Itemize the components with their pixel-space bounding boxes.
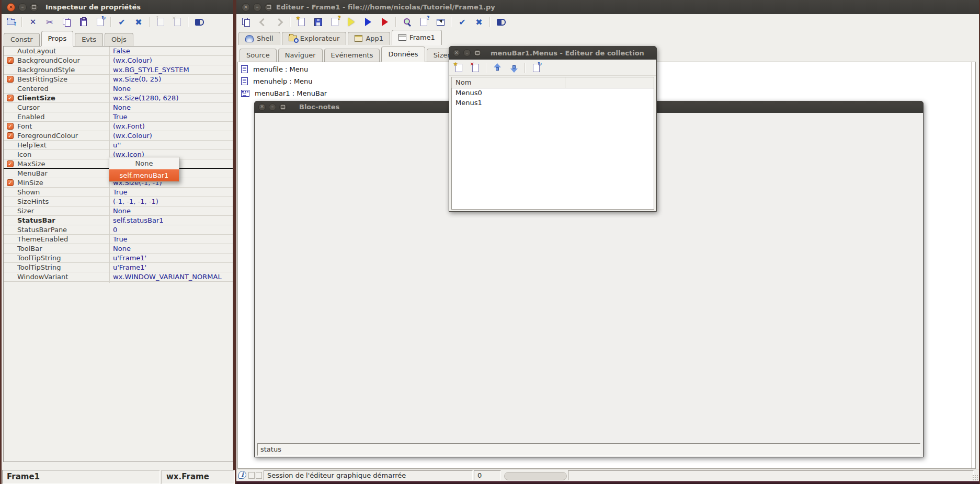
post-button[interactable]: ↑ [154, 16, 167, 28]
property-row[interactable]: ✓ Sizer None [4, 206, 233, 216]
delete-item-button[interactable]: ✕ [469, 62, 482, 74]
refresh-button[interactable]: ↻ [94, 16, 106, 28]
dropdown-option[interactable]: self.menuBar1 [109, 169, 179, 181]
property-checkbox[interactable]: ✓ [7, 160, 14, 167]
property-row[interactable]: ✓ WindowVariant wx.WINDOW_VARIANT_NORMAL [4, 272, 233, 282]
confirm-button[interactable]: ✔ [116, 16, 128, 28]
debug-button[interactable]: ? [417, 16, 430, 28]
subtab-naviguer[interactable]: Naviguer [278, 49, 323, 62]
property-row[interactable]: ✓ BackgroundStyle wx.BG_STYLE_SYSTEM [4, 65, 233, 75]
property-checkbox[interactable]: ✓ [7, 95, 14, 101]
property-row[interactable]: ✓ HelpText u'' [4, 141, 233, 150]
tab-shell[interactable]: Shell [238, 32, 280, 45]
property-row[interactable]: ✓ Centered None [4, 84, 233, 94]
maximize-button[interactable] [30, 3, 38, 11]
property-row[interactable]: ✓ SizeHints (-1, -1, -1, -1) [4, 197, 233, 206]
property-row[interactable]: ✓ Shown True [4, 188, 233, 197]
cancel-button[interactable]: ✖ [132, 16, 145, 28]
parent-button[interactable]: ↑ [5, 16, 17, 28]
maximize-button[interactable] [279, 103, 287, 111]
run-debug-button[interactable] [345, 16, 358, 28]
dropdown-option[interactable]: None [109, 157, 179, 169]
collection-editor-titlebar[interactable]: ✕ – menuBar1.Menus - Editeur de collecti… [449, 46, 657, 60]
property-value[interactable]: (-1, -1, -1, -1) [113, 198, 158, 205]
property-value[interactable]: None [113, 103, 131, 111]
property-row[interactable]: ✓ AutoLayout False [4, 47, 233, 56]
subtab-source[interactable]: Source [240, 49, 277, 62]
cut-button[interactable]: ✂ [43, 16, 56, 28]
column-header-nom[interactable]: Nom [452, 77, 565, 88]
close-button[interactable]: ✕ [258, 103, 266, 111]
property-row[interactable]: ✓ ToolTipString u'Frame1' [4, 253, 233, 263]
collection-list-item[interactable]: Menus0 [452, 88, 654, 98]
property-checkbox[interactable]: ✓ [7, 57, 14, 64]
subtab-donnees[interactable]: Données [381, 47, 425, 62]
property-value[interactable]: (wx.Font) [113, 122, 145, 130]
subtab-evenements[interactable]: Evénements [324, 49, 380, 62]
property-row[interactable]: ✓ ClientSize wx.Size(1280, 628) [4, 94, 233, 103]
property-row[interactable]: ✓ Font (wx.Font) [4, 122, 233, 131]
property-checkbox[interactable]: ✓ [7, 123, 14, 130]
property-value[interactable]: (wx.Colour) [113, 132, 152, 140]
help-button[interactable] [495, 16, 507, 28]
apply-button[interactable]: ↻ [530, 62, 542, 74]
tab-props[interactable]: Props [41, 31, 74, 46]
statusbar-mini-button[interactable] [248, 472, 255, 479]
tab-frame1[interactable]: Frame1 [392, 30, 442, 45]
property-value[interactable]: u'' [113, 141, 121, 149]
property-value[interactable]: None [113, 245, 131, 252]
property-row[interactable]: ✓ StatusBarPane 0 [4, 225, 233, 235]
property-checkbox[interactable]: ✓ [7, 179, 14, 186]
property-value[interactable]: self.statusBar1 [113, 216, 164, 224]
statusbar-mini-button[interactable] [256, 472, 262, 479]
delete-button[interactable]: ✕ [27, 16, 39, 28]
cancel-button[interactable]: ✖ [473, 16, 485, 28]
tab-constr[interactable]: Constr [4, 33, 40, 46]
inspect-button[interactable] [401, 16, 413, 28]
property-value[interactable]: True [113, 188, 128, 196]
inspector-titlebar[interactable]: ✕ – Inspecteur de propriétés [2, 0, 233, 14]
property-row[interactable]: ✓ StatusBar self.statusBar1 [4, 216, 233, 225]
property-row[interactable]: ✓ ToolTipString u'Frame1' [4, 263, 233, 272]
revert-button[interactable]: ✕ [171, 16, 184, 28]
editor-titlebar[interactable]: ✕ – Editeur - Frame1 - file:///home/nico… [236, 0, 979, 14]
move-down-button[interactable] [508, 62, 520, 74]
minimize-button[interactable]: – [253, 3, 261, 11]
paste-button[interactable] [77, 16, 89, 28]
collection-list-item[interactable]: Menus1 [452, 98, 654, 108]
property-checkbox[interactable]: ✓ [7, 132, 14, 139]
close-button[interactable]: ✕ [453, 49, 460, 56]
designer-button[interactable] [434, 16, 447, 28]
property-value[interactable]: wx.Size(0, 25) [113, 75, 161, 83]
property-value[interactable]: wx.WINDOW_VARIANT_NORMAL [113, 273, 222, 281]
confirm-button[interactable]: ✔ [456, 16, 469, 28]
maximize-button[interactable] [474, 49, 481, 56]
minimize-button[interactable]: – [269, 103, 276, 111]
property-row[interactable]: ✓ BestFittingSize wx.Size(0, 25) [4, 75, 233, 84]
tab-explorateur[interactable]: Explorateur [282, 32, 347, 45]
run-module-button[interactable] [362, 16, 374, 28]
property-value[interactable]: (wx.Colour) [113, 56, 152, 64]
minimize-button[interactable]: – [463, 49, 471, 56]
new-item-button[interactable]: ★ [452, 62, 465, 74]
copy-button[interactable] [60, 16, 73, 28]
property-row[interactable]: ✓ BackgroundColour (wx.Colour) [4, 56, 233, 65]
property-value[interactable]: None [113, 207, 131, 215]
back-button[interactable] [256, 16, 269, 28]
property-value[interactable]: u'Frame1' [113, 254, 146, 262]
palette-button[interactable] [240, 16, 252, 28]
property-row[interactable]: ✓ ForegroundColour (wx.Colour) [4, 131, 233, 141]
property-value[interactable]: u'Frame1' [113, 263, 146, 271]
property-row[interactable]: ✓ Enabled True [4, 112, 233, 122]
close-button[interactable]: ✕ [242, 3, 250, 11]
run-app-button[interactable] [379, 16, 391, 28]
new-file-button[interactable]: ★ [295, 16, 307, 28]
property-value[interactable]: wx.BG_STYLE_SYSTEM [113, 66, 189, 74]
close-button[interactable]: ✕ [7, 3, 15, 11]
property-value[interactable]: False [113, 47, 130, 55]
tab-evts[interactable]: Evts [75, 33, 103, 46]
maximize-button[interactable] [265, 3, 273, 11]
property-value[interactable]: wx.Size(1280, 628) [113, 94, 178, 102]
reload-button[interactable]: ? [328, 16, 341, 28]
resize-grip[interactable] [972, 475, 978, 481]
